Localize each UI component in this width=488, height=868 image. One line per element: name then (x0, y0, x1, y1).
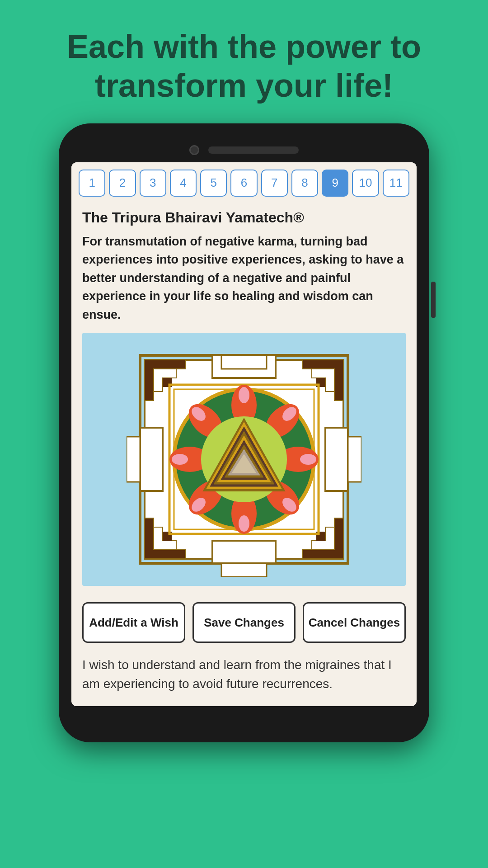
tab-8[interactable]: 8 (291, 170, 318, 197)
content-area: The Tripura Bhairavi Yamatech® For trans… (71, 200, 417, 707)
phone-top (71, 137, 417, 162)
tab-7[interactable]: 7 (261, 170, 288, 197)
svg-rect-8 (127, 437, 140, 482)
svg-rect-7 (140, 428, 163, 491)
tab-2[interactable]: 2 (109, 170, 136, 197)
screen: 1 2 3 4 5 6 7 8 9 10 11 The Tripura Bhai… (71, 162, 417, 707)
svg-rect-4 (221, 355, 267, 369)
svg-rect-10 (348, 437, 361, 482)
speaker (208, 146, 299, 154)
tab-4[interactable]: 4 (170, 170, 197, 197)
svg-point-38 (239, 515, 249, 532)
side-button (431, 282, 436, 318)
tab-5[interactable]: 5 (200, 170, 227, 197)
header-text: Each with the power to transform your li… (0, 0, 488, 123)
svg-rect-6 (221, 563, 267, 577)
card-title: The Tripura Bhairavi Yamatech® (82, 209, 406, 226)
button-row: Add/Edit a Wish Save Changes Cancel Chan… (82, 595, 406, 650)
svg-point-36 (300, 454, 316, 465)
phone-container: 1 2 3 4 5 6 7 8 9 10 11 The Tripura Bhai… (59, 123, 429, 743)
tab-9[interactable]: 9 (322, 170, 348, 197)
tab-10[interactable]: 10 (352, 170, 379, 197)
svg-point-40 (172, 454, 188, 465)
tab-1[interactable]: 1 (79, 170, 105, 197)
svg-rect-5 (212, 541, 276, 563)
save-changes-button[interactable]: Save Changes (192, 602, 296, 643)
tab-11[interactable]: 11 (383, 170, 409, 197)
svg-rect-9 (325, 428, 348, 491)
yantra-image (82, 333, 406, 586)
wish-text: I wish to understand and learn from the … (82, 650, 406, 697)
camera (189, 145, 199, 155)
add-edit-button[interactable]: Add/Edit a Wish (82, 602, 185, 643)
tab-3[interactable]: 3 (140, 170, 166, 197)
tab-6[interactable]: 6 (230, 170, 257, 197)
card-description: For transmutation of negative karma, tur… (82, 232, 406, 324)
tab-bar: 1 2 3 4 5 6 7 8 9 10 11 (71, 162, 417, 200)
svg-point-34 (239, 387, 249, 403)
cancel-changes-button[interactable]: Cancel Changes (303, 602, 406, 643)
